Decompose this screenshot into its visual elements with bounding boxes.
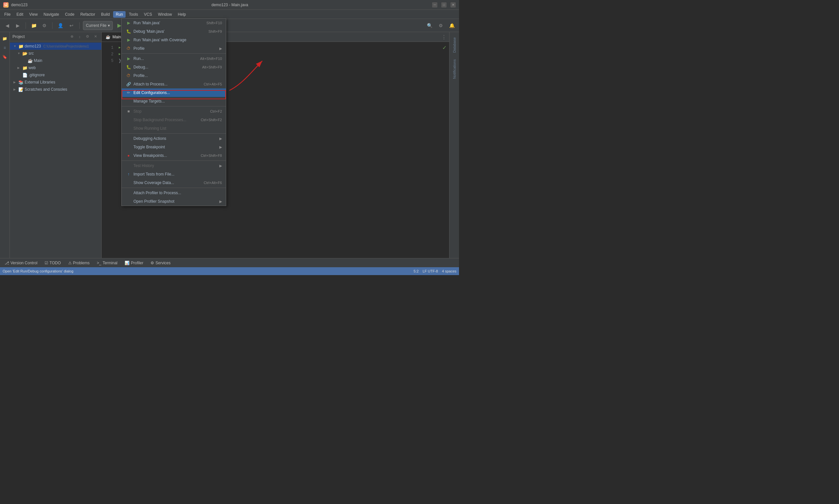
coverage-data-shortcut: Ctrl+Alt+F6 [204,181,222,185]
run-menu-debugging-actions[interactable]: Debugging Actions ▶ [122,134,226,143]
src-folder-icon: 📂 [22,51,28,56]
project-icon[interactable]: 📁 [1,35,9,42]
profile-any-label: Profile... [134,73,148,78]
menu-build[interactable]: Build [98,11,113,18]
run-menu-profile[interactable]: ⏱ Profile ▶ [122,44,226,53]
menu-tools[interactable]: Tools [126,11,141,18]
problems-icon: ⚠ [68,261,72,265]
structure-icon[interactable]: ≡ [1,44,9,52]
bottom-tab-terminal[interactable]: >_ Terminal [93,260,121,266]
tree-item-project-root[interactable]: ▼ 📁 demo123 C:\Users\a\IdeaProjects\demo… [10,42,101,50]
toolbar-back-button[interactable]: ◀ [3,21,12,30]
panel-collapse-button[interactable]: ↕ [76,33,83,40]
menu-window[interactable]: Window [155,11,175,18]
edit-config-icon: ✏ [125,90,132,95]
menu-edit[interactable]: Edit [14,11,26,18]
debug-any-icon: 🐛 [125,65,132,69]
panel-scroll-top-button[interactable]: ⊕ [69,33,75,40]
menu-file[interactable]: File [2,11,13,18]
run-menu-stop-bg[interactable]: Stop Background Processes... Ctrl+Shift+… [122,115,226,124]
bottom-tab-vcs[interactable]: ⎇ Version Control [1,260,41,266]
tree-arrow-root: ▼ [14,44,17,48]
tree-label-scratches: Scratches and Consoles [24,87,67,92]
debugging-actions-label: Debugging Actions [134,136,166,141]
run-menu-toggle-bp[interactable]: Toggle Breakpoint ▶ [122,143,226,151]
menu-help[interactable]: Help [175,11,189,18]
run-menu-attach[interactable]: 🔗 Attach to Process... Ctrl+Alt+F5 [122,80,226,88]
run-menu-coverage[interactable]: ▶ Run 'Main.java' with Coverage [122,36,226,44]
run-menu[interactable]: ▶ Run 'Main.java' Shift+F10 🐛 Debug 'Mai… [121,18,226,206]
tree-label-ext-libs: External Libraries [24,80,55,85]
run-main-shortcut: Shift+F10 [207,21,222,25]
close-button[interactable]: ✕ [450,2,456,7]
run-any-shortcut: Alt+Shift+F10 [200,57,222,60]
run-menu-run-main[interactable]: ▶ Run 'Main.java' Shift+F10 [122,19,226,27]
tree-label-gitignore: .gitignore [29,73,45,77]
tree-item-gitignore[interactable]: 📄 .gitignore [10,71,101,78]
panel-settings-button[interactable]: ⚙ [84,33,91,40]
toolbar-folder-button[interactable]: 📁 [29,21,38,30]
bottom-tab-profiler[interactable]: 📊 Profiler [121,260,147,266]
stop-shortcut: Ctrl+F2 [210,109,222,113]
database-sidebar-label[interactable]: Database [452,35,457,55]
toolbar-forward-button[interactable]: ▶ [13,21,22,30]
search-everywhere-button[interactable]: 🔍 [425,21,434,30]
running-list-label: Show Running List [134,126,166,131]
current-file-button[interactable]: Current File ▾ [83,21,113,30]
tree-item-main-java[interactable]: ☕ Main [10,57,101,64]
bookmarks-icon[interactable]: 🔖 [1,53,9,61]
run-menu-test-history[interactable]: Test History ▶ [122,161,226,170]
run-menu-running-list[interactable]: Show Running List [122,124,226,133]
stop-bg-shortcut: Ctrl+Shift+F2 [201,118,222,122]
bottom-tab-todo[interactable]: ☑ TODO [41,260,64,266]
panel-close-button[interactable]: ✕ [92,33,99,40]
view-bp-shortcut: Ctrl+Shift+F8 [201,154,222,158]
title-bar-controls[interactable]: ─ □ ✕ [432,2,456,7]
menu-refactor[interactable]: Refactor [78,11,98,18]
run-menu-run-any[interactable]: ▶ Run... Alt+Shift+F10 [122,54,226,63]
attach-icon: 🔗 [125,82,132,87]
toolbar-git-button[interactable]: 👤 [56,21,65,30]
run-menu-debug-main[interactable]: 🐛 Debug 'Main.java' Shift+F9 [122,27,226,36]
tree-item-ext-libs[interactable]: ▶ 📚 External Libraries [10,78,101,86]
run-menu-import-tests[interactable]: ↑ Import Tests from File... [122,170,226,179]
coverage-label: Run 'Main.java' with Coverage [134,38,186,42]
run-menu-debug-any[interactable]: 🐛 Debug... Alt+Shift+F9 [122,63,226,71]
bottom-tab-problems[interactable]: ⚠ Problems [65,260,93,266]
main-layout: 📁 ≡ 🔖 Project ⊕ ↕ ⚙ ✕ ▼ 📁 demo123 C:\Use… [0,32,459,258]
run-menu-stop[interactable]: ■ Stop Ctrl+F2 [122,107,226,115]
run-main-label: Run 'Main.java' [134,21,160,25]
tab-more-button[interactable]: ⋮ [439,32,449,41]
maximize-button[interactable]: □ [441,2,447,7]
run-menu-view-bp[interactable]: ● View Breakpoints... Ctrl+Shift+F8 [122,151,226,160]
menu-divider-1 [122,53,226,54]
toolbar-settings-button[interactable]: ⚙ [40,21,49,30]
menu-view[interactable]: View [27,11,40,18]
tree-arrow-src: ▼ [17,52,21,55]
run-menu-profile-any[interactable]: ⏱ Profile... [122,71,226,80]
code-brace: } [119,58,121,64]
bottom-tab-services[interactable]: ⚙ Services [147,260,174,266]
notifications-button[interactable]: 🔔 [447,21,456,30]
stop-bg-label: Stop Background Processes... [134,118,186,122]
settings-gear-button[interactable]: ⚙ [436,21,445,30]
notifications-sidebar-label[interactable]: Notifications [452,57,457,82]
run-menu-manage-targets[interactable]: Manage Targets... [122,97,226,105]
toolbar-commit-button[interactable]: ↩ [67,21,76,30]
menu-navigate[interactable]: Navigate [41,11,62,18]
problems-label: Problems [73,261,90,265]
run-menu-edit-config[interactable]: ✏ Edit Configurations... [122,88,226,97]
run-menu-open-snapshot[interactable]: Open Profiler Snapshot ▶ [122,197,226,206]
tree-item-web[interactable]: ▶ 📁 web [10,64,101,71]
tree-item-src[interactable]: ▼ 📂 src [10,50,101,57]
menu-vcs[interactable]: VCS [141,11,155,18]
menu-code[interactable]: Code [62,11,77,18]
run-menu-coverage-data[interactable]: Show Coverage Data... Ctrl+Alt+F6 [122,179,226,187]
tree-label-root: demo123 [24,44,41,49]
menu-run[interactable]: Run [113,11,125,18]
minimize-button[interactable]: ─ [432,2,438,7]
tree-item-scratches[interactable]: ▶ 📝 Scratches and Consoles [10,86,101,93]
open-snapshot-arrow: ▶ [219,199,222,204]
run-menu-attach-profiler[interactable]: Attach Profiler to Process... [122,188,226,197]
run-main-icon: ▶ [125,21,132,25]
